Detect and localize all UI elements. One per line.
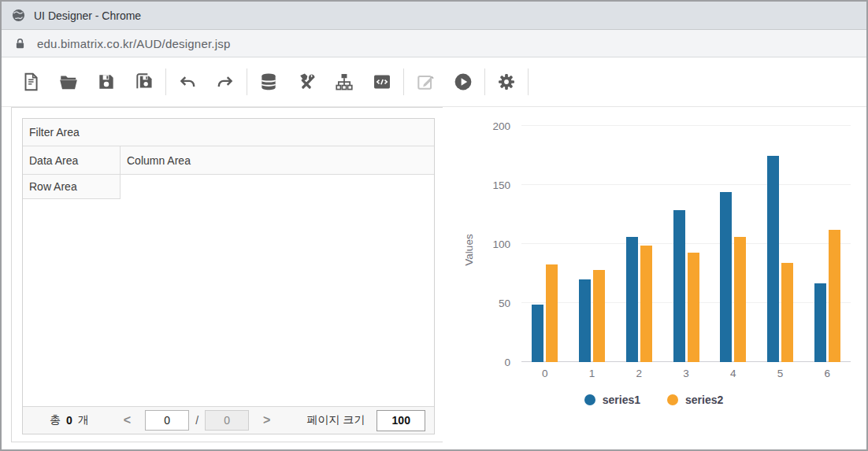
designer-content: Filter Area Data Area Column Area Row Ar… [2, 107, 866, 449]
url-field[interactable]: edu.bimatrix.co.kr/AUD/designer.jsp [37, 37, 230, 50]
toolbar [2, 57, 866, 107]
bar-group [757, 126, 804, 362]
x-tick-label: 2 [615, 368, 662, 379]
bar-series1-cat4 [720, 192, 732, 362]
row-area-row: Row Area [23, 175, 434, 199]
save-all-icon [134, 72, 154, 92]
toolbar-separator [484, 68, 485, 95]
y-tick-label: 50 [499, 298, 510, 309]
page-size-input[interactable] [377, 410, 425, 431]
header-row: Data Area Column Area [23, 146, 434, 175]
bar-series2-cat4 [734, 237, 746, 362]
pagination-bar: 총 0 개 < / > 페이지 크기 [23, 406, 434, 434]
total-suffix-label: 개 [78, 413, 89, 427]
chart-panel: Values 050100150200 0123456 series1serie… [443, 107, 865, 445]
chart-x-labels: 0123456 [521, 368, 851, 379]
x-tick-label: 6 [803, 368, 851, 379]
bar-series1-cat1 [579, 279, 591, 362]
window-title: UI Designer - Chrome [34, 9, 141, 22]
grid-widget: Filter Area Data Area Column Area Row Ar… [22, 118, 435, 434]
grid-panel: Filter Area Data Area Column Area Row Ar… [11, 107, 443, 442]
bar-series2-cat6 [829, 230, 840, 362]
row-area-label: Row Area [29, 180, 77, 193]
legend-label: series1 [603, 394, 640, 406]
address-bar: edu.bimatrix.co.kr/AUD/designer.jsp [2, 30, 866, 57]
settings-button[interactable] [495, 70, 518, 94]
total-pages-input [205, 410, 249, 431]
x-tick-label: 3 [662, 368, 710, 379]
bar-series1-cat0 [532, 305, 543, 363]
run-button[interactable] [451, 70, 475, 94]
run-icon [453, 72, 473, 92]
bar-series2-cat1 [593, 270, 605, 362]
bar-series2-cat5 [781, 263, 793, 362]
bar-series1-cat3 [673, 210, 685, 363]
column-area[interactable]: Column Area [121, 146, 434, 174]
bar-group [615, 126, 662, 362]
edit-icon [415, 72, 436, 92]
current-page-input[interactable] [145, 410, 189, 431]
legend-item-series2[interactable]: series2 [667, 394, 723, 406]
x-tick-label: 1 [569, 368, 616, 379]
open-folder-icon [58, 72, 79, 92]
bar-series1-cat2 [626, 237, 638, 362]
tools-button[interactable] [295, 70, 318, 94]
prev-page-button[interactable]: < [122, 413, 132, 427]
total-count: 총 0 개 [50, 413, 89, 427]
bar-series2-cat3 [688, 253, 699, 363]
gear-icon [496, 72, 517, 92]
chart-y-labels: 050100150200 [443, 126, 510, 362]
undo-icon [177, 72, 198, 92]
total-count-value: 0 [66, 414, 72, 427]
globe-icon [11, 8, 26, 23]
title-bar: UI Designer - Chrome [2, 2, 866, 30]
y-tick-label: 100 [492, 238, 510, 250]
page-size-label: 페이지 크기 [306, 413, 365, 427]
grid-body[interactable] [23, 199, 434, 406]
toolbar-separator [165, 68, 166, 95]
chart-bars [521, 126, 851, 362]
data-area-label: Data Area [29, 154, 78, 167]
column-area-label: Column Area [127, 154, 191, 167]
x-tick-label: 0 [521, 368, 569, 379]
edit-button[interactable] [414, 70, 437, 94]
toolbar-separator [403, 68, 404, 95]
bar-group [521, 126, 569, 362]
legend-label: series2 [685, 394, 723, 406]
legend-dot-icon [584, 394, 595, 405]
bar-group [569, 126, 616, 362]
bar-group [662, 126, 710, 362]
tools-icon [296, 72, 317, 92]
x-tick-label: 4 [710, 368, 757, 379]
page-slash: / [195, 414, 198, 427]
script-editor-button[interactable] [370, 70, 394, 94]
lock-icon [13, 37, 27, 50]
bar-series2-cat0 [546, 264, 558, 363]
save-button[interactable] [95, 70, 118, 94]
legend-dot-icon [667, 394, 678, 405]
save-all-button[interactable] [132, 70, 156, 94]
undo-button[interactable] [176, 70, 199, 94]
toolbar-separator [528, 68, 529, 95]
legend-item-series1[interactable]: series1 [584, 394, 640, 406]
total-prefix-label: 총 [50, 413, 61, 427]
redo-button[interactable] [213, 70, 237, 94]
new-document-button[interactable] [19, 70, 43, 94]
save-icon [96, 72, 117, 92]
data-source-button[interactable] [257, 70, 280, 94]
y-tick-label: 0 [504, 357, 510, 368]
filter-area-label: Filter Area [29, 126, 80, 139]
data-area[interactable]: Data Area [23, 146, 121, 174]
chart-plot [521, 126, 851, 362]
bar-group [803, 126, 851, 362]
y-tick-label: 150 [492, 179, 510, 191]
next-page-button[interactable]: > [262, 413, 272, 427]
open-button[interactable] [57, 70, 80, 94]
hierarchy-button[interactable] [332, 70, 356, 94]
hierarchy-icon [334, 72, 354, 92]
filter-area[interactable]: Filter Area [23, 119, 434, 146]
row-area[interactable]: Row Area [23, 175, 121, 199]
bar-group [710, 126, 757, 362]
browser-window: UI Designer - Chrome edu.bimatrix.co.kr/… [0, 0, 868, 451]
bar-series2-cat2 [640, 246, 652, 363]
